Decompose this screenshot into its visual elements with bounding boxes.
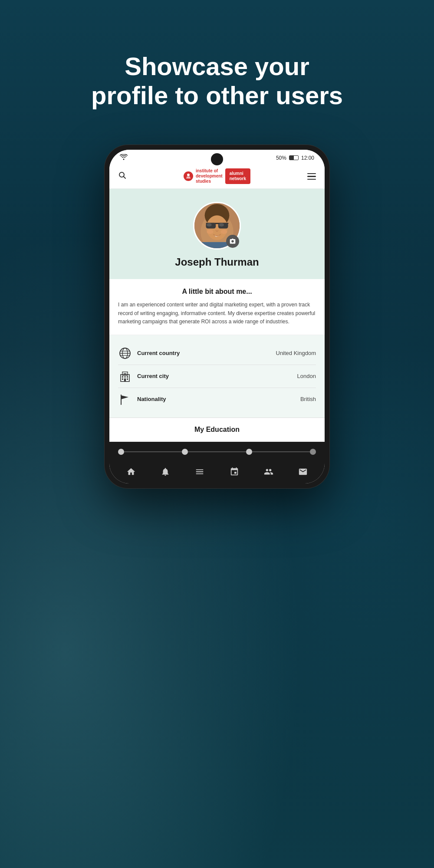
svg-rect-31 [125,373,127,375]
svg-rect-4 [186,178,191,179]
status-right: 50% 12:00 [276,155,314,161]
globe-icon [118,346,132,360]
ids-logo: institute of development studies [184,168,223,184]
hero-title: Showcase your profile to other users [87,52,347,110]
nav-home[interactable] [126,467,136,477]
progress-dot-1 [118,449,124,455]
app-header: institute of development studies alumnin… [109,164,325,189]
phone-screen: 50% 12:00 [109,150,325,483]
svg-point-12 [207,224,211,227]
flag-icon [118,392,132,406]
hamburger-menu[interactable] [307,173,316,180]
svg-rect-30 [124,373,125,375]
ids-text: institute of development studies [196,168,223,184]
city-icon [118,369,132,383]
profile-section: Joseph Thurman [109,189,325,279]
svg-point-13 [219,224,224,227]
progress-bar [109,442,325,462]
svg-rect-24 [125,376,126,378]
nav-messages[interactable] [298,467,308,477]
country-label: Current country [137,350,276,356]
city-label: Current city [137,373,297,379]
wifi-icon [120,154,128,161]
info-section: Current country United Kingdom [109,335,325,418]
about-section: A little bit about me... I am an experie… [109,279,325,335]
clock: 12:00 [301,155,314,161]
city-row: Current city London [118,365,316,388]
svg-rect-26 [122,378,123,380]
nationality-row: Nationality British [118,388,316,411]
profile-name: Joseph Thurman [175,256,259,268]
bottom-nav [109,462,325,483]
svg-point-14 [207,230,213,234]
svg-rect-3 [187,177,190,178]
about-text: I am an experienced content writer and d… [118,301,316,326]
status-bar: 50% 12:00 [109,150,325,164]
education-section: My Education [109,418,325,442]
nav-feed[interactable] [195,467,204,477]
education-title: My Education [118,426,316,434]
progress-dot-3 [246,449,252,455]
svg-rect-28 [124,378,126,381]
about-title: A little bit about me... [118,288,316,296]
city-value: London [297,373,316,379]
nationality-label: Nationality [137,396,300,402]
search-icon [118,171,127,180]
avatar-wrapper [193,202,241,250]
svg-rect-27 [127,378,128,380]
country-row: Current country United Kingdom [118,342,316,365]
svg-rect-25 [127,376,128,378]
svg-point-15 [221,230,227,234]
nationality-value: British [300,396,316,402]
progress-dot-2 [182,449,188,455]
search-button[interactable] [118,171,127,181]
progress-segment-2 [188,451,246,452]
nav-network[interactable] [264,467,273,477]
battery-icon [289,155,299,160]
nav-calendar[interactable] [230,467,239,477]
progress-segment-3 [252,451,310,452]
alumni-badge: alumninetwork [225,168,250,184]
header-logo: institute of development studies alumnin… [184,168,250,184]
progress-dot-4 [310,449,316,455]
svg-point-2 [187,174,190,176]
phone-frame: 50% 12:00 [104,145,330,489]
notch [211,153,223,165]
battery-percent: 50% [276,155,286,161]
country-value: United Kingdom [276,350,316,356]
nav-notifications[interactable] [161,467,170,477]
svg-rect-23 [122,376,123,378]
progress-segment-1 [124,451,182,452]
